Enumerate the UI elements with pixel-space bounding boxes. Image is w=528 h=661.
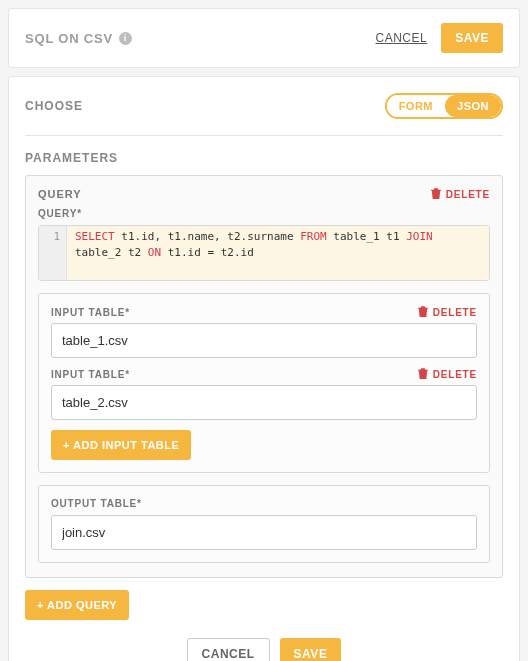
query-field-label: QUERY* <box>38 208 490 219</box>
query-panel-title: QUERY <box>38 188 82 200</box>
choose-label: CHOOSE <box>25 99 83 113</box>
footer-actions: CANCEL SAVE <box>25 638 503 661</box>
parameters-label: PARAMETERS <box>25 151 118 165</box>
sql-editor[interactable]: 1 SELECT t1.id, t1.name, t2.surname FROM… <box>38 225 490 281</box>
info-icon[interactable]: i <box>119 32 132 45</box>
trash-icon <box>418 368 428 380</box>
delete-input-label-1: DELETE <box>433 369 477 380</box>
delete-input-table-0[interactable]: DELETE <box>418 306 477 318</box>
input-table-field: INPUT TABLE* DELETE <box>51 306 477 358</box>
trash-icon <box>418 306 428 318</box>
delete-query-button[interactable]: DELETE <box>431 188 490 200</box>
save-button-bottom[interactable]: SAVE <box>280 638 342 661</box>
cancel-link[interactable]: CANCEL <box>376 31 428 45</box>
query-panel: QUERY DELETE QUERY* 1 SELECT t1.id, t1.n… <box>25 175 503 578</box>
view-toggle: FORM JSON <box>385 93 503 119</box>
toggle-json[interactable]: JSON <box>445 95 501 117</box>
kw-from: FROM <box>300 230 327 243</box>
header-card: SQL ON CSV i CANCEL SAVE <box>8 8 520 68</box>
kw-select: SELECT <box>75 230 115 243</box>
header-actions: CANCEL SAVE <box>376 23 503 53</box>
input-table-1[interactable] <box>51 385 477 420</box>
line-gutter: 1 <box>39 226 67 280</box>
output-table-panel: OUTPUT TABLE* <box>38 485 490 563</box>
sql-on-expr: t1.id = t2.id <box>161 246 254 259</box>
page-title: SQL ON CSV i <box>25 31 132 46</box>
add-query-button[interactable]: + ADD QUERY <box>25 590 129 620</box>
query-panel-head: QUERY DELETE <box>38 188 490 200</box>
sql-from-tbl: table_1 t1 <box>327 230 406 243</box>
output-table-label: OUTPUT TABLE* <box>51 498 477 509</box>
trash-icon <box>431 188 441 200</box>
sql-cols: t1.id, t1.name, t2.surname <box>115 230 300 243</box>
choose-row: CHOOSE FORM JSON <box>25 93 503 119</box>
kw-on: ON <box>148 246 161 259</box>
input-table-label-0: INPUT TABLE* <box>51 307 130 318</box>
save-button-top[interactable]: SAVE <box>441 23 503 53</box>
input-tables-panel: INPUT TABLE* DELETE INPUT TABLE* DELETE <box>38 293 490 473</box>
output-table-input[interactable] <box>51 515 477 550</box>
title-text: SQL ON CSV <box>25 31 113 46</box>
line-number: 1 <box>53 230 60 243</box>
sql-content: SELECT t1.id, t1.name, t2.surname FROM t… <box>67 226 489 280</box>
input-table-0[interactable] <box>51 323 477 358</box>
kw-join: JOIN <box>406 230 433 243</box>
delete-input-table-1[interactable]: DELETE <box>418 368 477 380</box>
cancel-button-bottom[interactable]: CANCEL <box>187 638 270 661</box>
main-card: CHOOSE FORM JSON PARAMETERS QUERY DELETE… <box>8 76 520 661</box>
add-input-table-button[interactable]: + ADD INPUT TABLE <box>51 430 191 460</box>
divider <box>25 135 503 136</box>
delete-input-label-0: DELETE <box>433 307 477 318</box>
delete-query-label: DELETE <box>446 189 490 200</box>
input-table-field: INPUT TABLE* DELETE <box>51 368 477 420</box>
toggle-form[interactable]: FORM <box>387 95 445 117</box>
input-table-label-1: INPUT TABLE* <box>51 369 130 380</box>
